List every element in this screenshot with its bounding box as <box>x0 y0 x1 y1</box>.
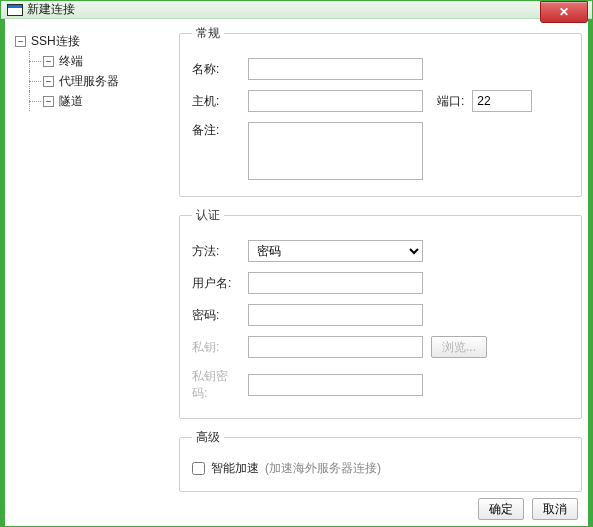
titlebar: 新建连接 ✕ <box>1 1 592 19</box>
tree-item-label: 隧道 <box>59 93 83 110</box>
note-input[interactable] <box>248 122 423 180</box>
pk-pass-input <box>248 374 423 396</box>
dialog-body: − SSH连接 − 终端 − 代理服务器 − 隧道 常规 <box>1 19 592 527</box>
name-input[interactable] <box>248 58 423 80</box>
dialog-footer: 确定 取消 <box>11 492 582 522</box>
tree-collapse-icon[interactable]: − <box>43 96 54 107</box>
tree-collapse-icon[interactable]: − <box>43 76 54 87</box>
tree-collapse-icon[interactable]: − <box>15 36 26 47</box>
tree-item-terminal[interactable]: − 终端 <box>25 51 171 71</box>
tree-item-label: 终端 <box>59 53 83 70</box>
label-username: 用户名: <box>192 275 240 292</box>
tree-collapse-icon[interactable]: − <box>43 56 54 67</box>
tree-item-label: 代理服务器 <box>59 73 119 90</box>
label-password: 密码: <box>192 307 240 324</box>
label-pk-pass: 私钥密码: <box>192 368 240 402</box>
browse-button: 浏览... <box>431 336 487 358</box>
window-title: 新建连接 <box>27 1 75 18</box>
label-private-key: 私钥: <box>192 339 240 356</box>
group-auth: 认证 方法: 密码 用户名: 密码: <box>179 207 582 419</box>
label-host: 主机: <box>192 93 240 110</box>
password-input[interactable] <box>248 304 423 326</box>
tree-root-ssh[interactable]: − SSH连接 <box>15 31 171 51</box>
close-button[interactable]: ✕ <box>540 1 588 23</box>
method-select[interactable]: 密码 <box>248 240 423 262</box>
label-method: 方法: <box>192 243 240 260</box>
connection-tree: − SSH连接 − 终端 − 代理服务器 − 隧道 <box>11 25 173 492</box>
group-general-title: 常规 <box>192 25 224 42</box>
group-advanced-title: 高级 <box>192 429 224 446</box>
host-input[interactable] <box>248 90 423 112</box>
smart-accel-checkbox[interactable] <box>192 462 205 475</box>
tree-item-proxy[interactable]: − 代理服务器 <box>25 71 171 91</box>
ok-button[interactable]: 确定 <box>478 498 524 520</box>
dialog-window: 新建连接 ✕ − SSH连接 − 终端 − 代理服务器 − <box>0 0 593 527</box>
main-area: − SSH连接 − 终端 − 代理服务器 − 隧道 常规 <box>11 25 582 492</box>
private-key-input <box>248 336 423 358</box>
label-smart-accel: 智能加速 <box>211 460 259 477</box>
label-note: 备注: <box>192 122 240 139</box>
group-general: 常规 名称: 主机: 端口: 备注: <box>179 25 582 197</box>
tree-item-tunnel[interactable]: − 隧道 <box>25 91 171 111</box>
cancel-button[interactable]: 取消 <box>532 498 578 520</box>
close-icon: ✕ <box>559 5 569 19</box>
label-name: 名称: <box>192 61 240 78</box>
username-input[interactable] <box>248 272 423 294</box>
group-advanced: 高级 智能加速 (加速海外服务器连接) <box>179 429 582 492</box>
app-icon <box>7 4 21 16</box>
group-auth-title: 认证 <box>192 207 224 224</box>
form-area: 常规 名称: 主机: 端口: 备注: <box>179 25 582 492</box>
label-smart-accel-hint: (加速海外服务器连接) <box>265 460 381 477</box>
label-port: 端口: <box>437 93 464 110</box>
port-input[interactable] <box>472 90 532 112</box>
tree-root-label: SSH连接 <box>31 33 80 50</box>
